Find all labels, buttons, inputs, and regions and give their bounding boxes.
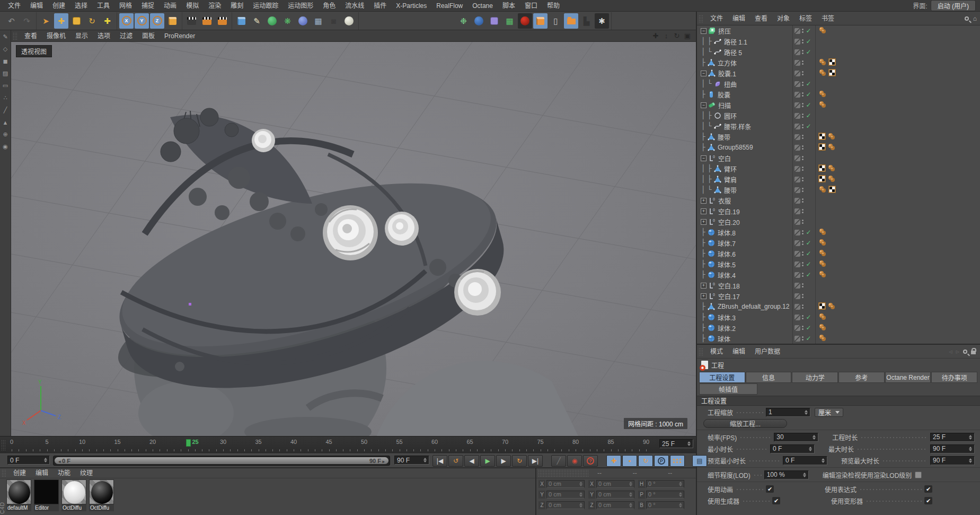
lock-z-icon[interactable]: Z bbox=[150, 13, 164, 29]
stepper[interactable] bbox=[819, 458, 825, 463]
enabled-check[interactable]: ✓ bbox=[805, 101, 812, 109]
layer-icon[interactable] bbox=[794, 230, 800, 235]
enabled-check[interactable]: ✓ bbox=[805, 313, 812, 321]
coord-field[interactable]: 0 cm bbox=[546, 480, 585, 488]
stepper[interactable] bbox=[967, 458, 972, 463]
menu-模拟[interactable]: 模拟 bbox=[181, 0, 204, 12]
project-scale-input[interactable]: 1 bbox=[766, 408, 810, 417]
layer-icon[interactable] bbox=[794, 28, 800, 34]
maximize-icon[interactable]: ▣ bbox=[683, 32, 692, 40]
viewport-menu-ProRender[interactable]: ProRender bbox=[160, 30, 200, 42]
lock-icon[interactable] bbox=[971, 351, 976, 354]
panel-grip[interactable] bbox=[699, 15, 704, 22]
object-row[interactable]: +0空白.20 bbox=[697, 216, 980, 227]
undo-icon[interactable]: ↶ bbox=[4, 13, 19, 29]
om-menu-标签[interactable]: 标签 bbox=[794, 13, 817, 24]
axis-mode-icon[interactable]: ⊕ bbox=[1, 130, 10, 139]
stepper[interactable] bbox=[677, 492, 682, 497]
uvw-tag[interactable] bbox=[818, 302, 826, 311]
toggle-checkbox[interactable]: ✔ bbox=[772, 497, 780, 504]
field-input[interactable]: 90 F bbox=[930, 444, 975, 453]
layer-icon[interactable] bbox=[794, 304, 800, 310]
material-tag[interactable] bbox=[818, 228, 827, 237]
material-tag[interactable] bbox=[818, 239, 827, 248]
object-row[interactable]: ├球体.3✓ bbox=[697, 312, 980, 322]
visibility-dots[interactable] bbox=[802, 241, 804, 245]
panel-grip[interactable] bbox=[2, 469, 7, 477]
object-row[interactable]: ├球体.5✓ bbox=[697, 259, 980, 269]
viewport-menu-摄像机[interactable]: 摄像机 bbox=[42, 30, 70, 42]
layer-icon[interactable] bbox=[794, 71, 800, 76]
visibility-dots[interactable] bbox=[802, 262, 804, 266]
visibility-dots[interactable] bbox=[802, 167, 804, 171]
lock-y-icon[interactable]: Y bbox=[135, 13, 149, 29]
collapse-icon[interactable]: − bbox=[701, 28, 707, 34]
simulate-particles-icon[interactable]: ❉ bbox=[456, 13, 471, 29]
object-row[interactable]: ├立方体 bbox=[697, 57, 980, 68]
next-key-button[interactable]: ↻ bbox=[512, 455, 527, 467]
material-tag[interactable] bbox=[818, 101, 827, 110]
key-scale-button[interactable]: ▪ bbox=[622, 455, 637, 467]
layer-icon[interactable] bbox=[794, 177, 800, 182]
stepper[interactable] bbox=[967, 435, 972, 440]
material-tag[interactable] bbox=[818, 260, 827, 269]
object-row[interactable]: │└扭曲✓ bbox=[697, 78, 980, 89]
viewport-menu-选项[interactable]: 选项 bbox=[93, 30, 115, 42]
layer-icon[interactable] bbox=[794, 293, 800, 299]
layer-icon[interactable] bbox=[794, 39, 800, 45]
interface-select[interactable]: 启动 (用户) bbox=[931, 0, 976, 11]
add-camera-icon[interactable]: ◙ bbox=[326, 13, 341, 29]
last-tool-icon[interactable]: ✚ bbox=[100, 13, 114, 29]
visibility-dots[interactable] bbox=[802, 60, 804, 65]
visibility-dots[interactable] bbox=[802, 71, 804, 75]
add-subdivision-icon[interactable] bbox=[265, 13, 279, 29]
material-tag[interactable] bbox=[818, 313, 827, 322]
om-menu-编辑[interactable]: 编辑 bbox=[728, 13, 750, 24]
menu-雕刻[interactable]: 雕刻 bbox=[226, 0, 248, 12]
collapse-icon[interactable]: − bbox=[701, 102, 707, 108]
object-row[interactable]: ├球体.4✓ bbox=[697, 269, 980, 280]
preview-range-slider[interactable]: ◂ 0 F 90 F ▸ bbox=[53, 456, 390, 466]
viewport-menu-查看[interactable]: 查看 bbox=[20, 30, 42, 42]
material-tag[interactable] bbox=[827, 302, 836, 311]
layer-icon[interactable] bbox=[794, 102, 800, 108]
field-input[interactable]: 0 F bbox=[783, 456, 827, 465]
key-parameter-button[interactable]: P bbox=[654, 455, 669, 467]
material-tag[interactable] bbox=[818, 334, 827, 343]
collapse-icon[interactable]: − bbox=[701, 155, 707, 161]
coord-field[interactable]: 0 ° bbox=[646, 491, 684, 499]
collapse-icon[interactable]: − bbox=[701, 71, 707, 76]
menu-选择[interactable]: 选择 bbox=[70, 0, 92, 12]
toggle-checkbox[interactable]: ✔ bbox=[924, 497, 932, 504]
render-view-icon[interactable] bbox=[184, 13, 199, 29]
workplane-mode-icon[interactable]: ▭ bbox=[1, 81, 10, 90]
stepper[interactable] bbox=[42, 458, 47, 462]
visibility-dots[interactable] bbox=[802, 326, 804, 330]
visibility-dots[interactable] bbox=[802, 177, 804, 181]
enabled-check[interactable]: ✓ bbox=[805, 91, 812, 98]
panel-grip[interactable] bbox=[538, 469, 588, 477]
coord-field[interactable]: 0 cm bbox=[546, 491, 585, 499]
visibility-dots[interactable] bbox=[802, 251, 804, 256]
visibility-dots[interactable] bbox=[802, 124, 804, 128]
enabled-check[interactable]: ✓ bbox=[805, 324, 812, 331]
stepper[interactable] bbox=[577, 492, 582, 497]
stepper[interactable] bbox=[685, 441, 691, 446]
layer-icon[interactable] bbox=[794, 134, 800, 140]
material-menu-功能[interactable]: 功能 bbox=[53, 467, 75, 479]
key-pla-button[interactable] bbox=[670, 455, 685, 467]
menu-帮助[interactable]: 帮助 bbox=[542, 0, 564, 12]
menu-工具[interactable]: 工具 bbox=[92, 0, 114, 12]
visibility-dots[interactable] bbox=[802, 92, 804, 97]
tab-动力学[interactable]: 动力学 bbox=[792, 372, 838, 383]
object-row[interactable]: ├球体.6✓ bbox=[697, 248, 980, 259]
add-light-icon[interactable] bbox=[342, 13, 356, 29]
visibility-dots[interactable] bbox=[802, 315, 804, 319]
object-row[interactable]: ├球体.2✓ bbox=[697, 322, 980, 333]
add-array-icon[interactable]: ❋ bbox=[280, 13, 295, 29]
material-tag[interactable] bbox=[827, 164, 836, 173]
layer-icon[interactable] bbox=[794, 251, 800, 257]
object-row[interactable]: ├ZBrush_defualt_group.12 bbox=[697, 301, 980, 312]
autokeying-help-button[interactable]: ? bbox=[583, 455, 598, 467]
object-row[interactable]: −胶囊.1 bbox=[697, 68, 980, 78]
